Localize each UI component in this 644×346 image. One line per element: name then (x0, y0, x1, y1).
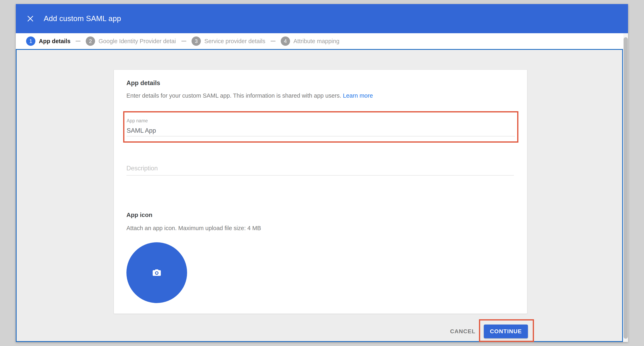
step-2-label: Google Identity Provider details (98, 38, 176, 45)
stepper: 1 App details 2 Google Identity Provider… (16, 33, 628, 49)
description-input[interactable] (126, 163, 513, 174)
dialog-header: Add custom SAML app (16, 4, 628, 33)
step-2-circle: 2 (86, 37, 95, 46)
step-4-label: Attribute mapping (294, 38, 340, 45)
app-details-card: App details Enter details for your custo… (114, 70, 527, 314)
step-app-details[interactable]: 1 App details (26, 37, 70, 46)
app-name-input[interactable] (126, 126, 513, 135)
step-3-circle: 3 (192, 37, 201, 46)
step-divider (271, 41, 276, 42)
step-divider (76, 41, 80, 42)
step-google-idp-details[interactable]: 2 Google Identity Provider details (86, 37, 176, 46)
step-divider (182, 41, 186, 42)
section-intro: Enter details for your custom SAML app. … (126, 92, 373, 99)
app-name-underline (126, 136, 515, 136)
description-underline (126, 175, 514, 176)
scrollbar[interactable] (623, 33, 628, 342)
close-button[interactable] (26, 14, 35, 23)
dialog-title: Add custom SAML app (44, 14, 121, 23)
step-1-label: App details (39, 38, 70, 45)
app-name-label: App name (126, 118, 148, 124)
scrollbar-thumb[interactable] (624, 37, 628, 339)
step-attribute-mapping[interactable]: 4 Attribute mapping (281, 37, 340, 46)
step-service-provider-details[interactable]: 3 Service provider details (192, 37, 265, 46)
close-icon (27, 15, 34, 22)
cancel-button[interactable]: CANCEL (444, 324, 481, 339)
camera-icon (152, 267, 162, 278)
step-3-label: Service provider details (204, 38, 265, 45)
learn-more-link[interactable]: Learn more (343, 92, 373, 99)
continue-button[interactable]: CONTINUE (484, 324, 528, 338)
add-custom-saml-app-dialog: Add custom SAML app 1 App details 2 Goog… (16, 4, 628, 342)
step-1-circle: 1 (26, 37, 36, 46)
app-icon-hint: Attach an app icon. Maximum upload file … (126, 225, 261, 232)
intro-text: Enter details for your custom SAML app. … (126, 92, 341, 99)
app-name-highlight-box: App name (123, 111, 518, 143)
dialog-content: App details Enter details for your custo… (16, 49, 623, 342)
app-icon-title: App icon (126, 212, 152, 218)
app-icon-upload-button[interactable] (126, 242, 187, 303)
section-title: App details (126, 79, 160, 87)
step-4-circle: 4 (281, 37, 290, 46)
